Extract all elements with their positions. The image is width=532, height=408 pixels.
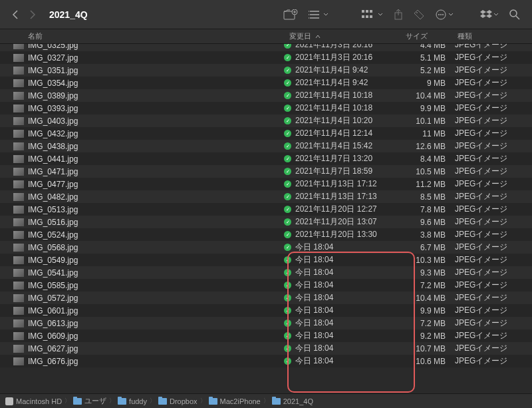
- svg-rect-7: [370, 10, 372, 13]
- breadcrumb-item[interactable]: ユーザ: [73, 396, 106, 406]
- svg-point-15: [440, 14, 442, 15]
- window-title: 2021_4Q: [49, 9, 88, 20]
- file-row[interactable]: IMG_0325.jpg2021年11月3日 20:164.4 MBJPEGイメ…: [0, 44, 532, 51]
- file-row[interactable]: IMG_0438.jpg2021年11月4日 15:4212.6 MBJPEGイ…: [0, 140, 532, 152]
- sync-ok-icon: [284, 218, 291, 226]
- file-row[interactable]: IMG_0524.jpg2021年11月20日 13:303.8 MBJPEGイ…: [0, 228, 532, 241]
- column-header-size[interactable]: サイズ: [400, 31, 452, 41]
- file-kind: JPEGイメージ: [452, 216, 532, 228]
- breadcrumb-item[interactable]: Dropbox: [158, 397, 198, 405]
- tag-button[interactable]: [410, 7, 428, 23]
- file-date-cell: 2021年11月7日 13:20: [284, 153, 400, 164]
- file-date-cell: 今日 18:04: [284, 317, 400, 329]
- back-button[interactable]: [8, 7, 23, 22]
- svg-point-3: [309, 14, 309, 15]
- file-size: 5.1 MB: [400, 53, 452, 63]
- folder-icon: [272, 398, 281, 405]
- file-kind: JPEGイメージ: [452, 267, 532, 278]
- column-header-kind[interactable]: 種類: [452, 31, 532, 41]
- file-thumbnail-icon: [13, 168, 24, 176]
- file-date: 今日 18:04: [295, 292, 333, 304]
- file-row[interactable]: IMG_0513.jpg2021年11月20日 12:277.8 MBJPEGイ…: [0, 203, 532, 216]
- breadcrumb-item[interactable]: Macintosh HD: [5, 397, 62, 405]
- file-row[interactable]: IMG_0441.jpg2021年11月7日 13:208.4 MBJPEGイメ…: [0, 152, 532, 165]
- file-row[interactable]: IMG_0609.jpg今日 18:049.2 MBJPEGイメージ: [0, 329, 532, 342]
- column-header-name[interactable]: 名前: [0, 31, 284, 41]
- file-row[interactable]: IMG_0477.jpg2021年11月13日 17:1211.2 MBJPEG…: [0, 178, 532, 190]
- file-name-cell: IMG_0568.jpg: [0, 243, 284, 252]
- file-date-cell: 今日 18:04: [284, 330, 400, 341]
- file-row[interactable]: IMG_0568.jpg今日 18:046.7 MBJPEGイメージ: [0, 241, 532, 254]
- file-date: 2021年11月4日 15:42: [295, 140, 372, 152]
- file-size: 7.2 MB: [400, 281, 452, 290]
- file-thumbnail-icon: [13, 104, 24, 112]
- sync-ok-icon: [284, 307, 291, 314]
- file-row[interactable]: IMG_0354.jpg2021年11月4日 9:429 MBJPEGイメージ: [0, 77, 532, 89]
- file-thumbnail-icon: [13, 79, 24, 87]
- file-name-cell: IMG_0572.jpg: [0, 294, 284, 303]
- file-row[interactable]: IMG_0471.jpg2021年11月7日 18:5910.5 MBJPEGイ…: [0, 165, 532, 178]
- dropbox-button[interactable]: [476, 7, 503, 23]
- file-name: IMG_0325.jpg: [28, 44, 78, 50]
- breadcrumb-item[interactable]: Mac2iPhone: [209, 397, 261, 405]
- file-date-cell: 今日 18:04: [284, 355, 400, 367]
- file-row[interactable]: IMG_0627.jpg今日 18:0410.7 MBJPEGイメージ: [0, 342, 532, 355]
- svg-point-14: [438, 14, 440, 15]
- file-row[interactable]: IMG_0572.jpg今日 18:0410.4 MBJPEGイメージ: [0, 292, 532, 304]
- file-size: 7.2 MB: [400, 319, 452, 328]
- file-size: 7.8 MB: [400, 205, 452, 214]
- file-size: 9.3 MB: [400, 268, 452, 278]
- sync-ok-icon: [284, 117, 291, 124]
- column-header-date[interactable]: 変更日: [284, 31, 400, 41]
- file-kind: JPEGイメージ: [452, 90, 532, 101]
- file-row[interactable]: IMG_0393.jpg2021年11月4日 10:189.9 MBJPEGイメ…: [0, 102, 532, 114]
- breadcrumb-item[interactable]: 2021_4Q: [272, 397, 313, 405]
- file-row[interactable]: IMG_0585.jpg今日 18:047.2 MBJPEGイメージ: [0, 279, 532, 292]
- new-folder-button[interactable]: [279, 7, 302, 23]
- file-name: IMG_0627.jpg: [28, 344, 78, 353]
- file-name: IMG_0601.jpg: [28, 306, 78, 315]
- file-row[interactable]: IMG_0541.jpg今日 18:049.3 MBJPEGイメージ: [0, 266, 532, 279]
- file-name-cell: IMG_0524.jpg: [0, 230, 284, 240]
- file-date: 今日 18:04: [295, 305, 333, 316]
- forward-button[interactable]: [25, 7, 40, 22]
- search-button[interactable]: [505, 7, 524, 23]
- file-date: 今日 18:04: [295, 355, 333, 367]
- svg-rect-8: [362, 15, 364, 18]
- breadcrumb-separator-icon: 〉: [109, 397, 115, 405]
- file-row[interactable]: IMG_0676.jpg今日 18:0410.6 MBJPEGイメージ: [0, 355, 532, 367]
- file-thumbnail-icon: [13, 282, 24, 290]
- view-list-button[interactable]: [305, 7, 332, 22]
- file-name-cell: IMG_0471.jpg: [0, 167, 284, 176]
- file-row[interactable]: IMG_0613.jpg今日 18:047.2 MBJPEGイメージ: [0, 317, 532, 329]
- file-name-cell: IMG_0403.jpg: [0, 116, 284, 126]
- file-date-cell: 2021年11月4日 12:14: [284, 128, 400, 139]
- file-row[interactable]: IMG_0351.jpg2021年11月4日 9:425.2 MBJPEGイメー…: [0, 64, 532, 77]
- file-row[interactable]: IMG_0327.jpg2021年11月3日 20:165.1 MBJPEGイメ…: [0, 51, 532, 64]
- file-row[interactable]: IMG_0549.jpg今日 18:0410.3 MBJPEGイメージ: [0, 254, 532, 266]
- file-name-cell: IMG_0609.jpg: [0, 331, 284, 341]
- file-list: IMG_0325.jpg2021年11月3日 20:164.4 MBJPEGイメ…: [0, 44, 532, 393]
- file-row[interactable]: IMG_0432.jpg2021年11月4日 12:1411 MBJPEGイメー…: [0, 127, 532, 140]
- file-size: 10.7 MB: [400, 344, 452, 353]
- file-kind: JPEGイメージ: [452, 191, 532, 202]
- file-name: IMG_0327.jpg: [28, 53, 78, 63]
- file-row[interactable]: IMG_0601.jpg今日 18:049.9 MBJPEGイメージ: [0, 304, 532, 317]
- file-row[interactable]: IMG_0482.jpg2021年11月13日 17:138.5 MBJPEGイ…: [0, 190, 532, 203]
- file-size: 10.4 MB: [400, 294, 452, 303]
- file-thumbnail-icon: [13, 67, 24, 75]
- file-thumbnail-icon: [13, 244, 24, 252]
- file-row[interactable]: IMG_0403.jpg2021年11月4日 10:2010.1 MBJPEGイ…: [0, 114, 532, 127]
- file-name-cell: IMG_0351.jpg: [0, 66, 284, 75]
- more-button[interactable]: [431, 6, 458, 23]
- file-name-cell: IMG_0627.jpg: [0, 344, 284, 353]
- group-button[interactable]: [358, 7, 387, 22]
- share-button[interactable]: [390, 6, 407, 23]
- file-size: 8.5 MB: [400, 192, 452, 202]
- sync-ok-icon: [284, 282, 291, 289]
- file-row[interactable]: IMG_0389.jpg2021年11月4日 10:1810.4 MBJPEGイ…: [0, 89, 532, 102]
- breadcrumb-item[interactable]: fuddy: [118, 397, 147, 405]
- file-date: 2021年11月4日 10:18: [295, 90, 372, 101]
- sync-ok-icon: [284, 244, 291, 251]
- file-row[interactable]: IMG_0516.jpg2021年11月20日 13:079.6 MBJPEGイ…: [0, 216, 532, 228]
